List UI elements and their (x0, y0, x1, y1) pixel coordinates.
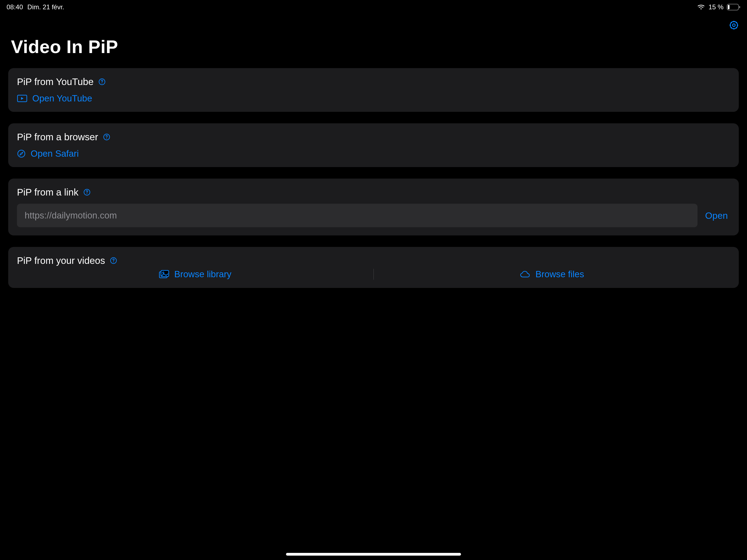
help-icon[interactable] (83, 189, 91, 196)
icloud-icon (519, 271, 531, 278)
status-right: 15 % (697, 3, 741, 11)
svg-rect-1 (728, 5, 729, 9)
status-date: Dim. 21 févr. (27, 3, 64, 11)
open-youtube-label: Open YouTube (32, 93, 92, 104)
svg-point-14 (102, 83, 103, 84)
card-link-title: PiP from a link (17, 187, 78, 198)
card-link: PiP from a link Open (8, 179, 739, 235)
card-browser: PiP from a browser Open Safari (8, 123, 739, 167)
card-browser-title: PiP from a browser (17, 131, 98, 143)
open-safari-label: Open Safari (31, 149, 79, 159)
svg-point-18 (18, 150, 25, 157)
home-indicator[interactable] (286, 553, 461, 556)
help-icon[interactable] (110, 257, 117, 264)
settings-button[interactable] (729, 20, 739, 31)
safari-icon (17, 149, 26, 158)
svg-point-4 (732, 24, 735, 27)
card-videos-title: PiP from your videos (17, 255, 105, 266)
svg-point-22 (113, 262, 114, 262)
svg-rect-2 (739, 6, 740, 8)
card-youtube: PiP from YouTube Open YouTube (8, 68, 739, 112)
wifi-icon (697, 4, 705, 10)
help-icon[interactable] (103, 133, 110, 141)
help-icon[interactable] (98, 78, 106, 85)
status-left: 08:40 Dim. 21 févr. (6, 3, 64, 11)
status-bar: 08:40 Dim. 21 févr. 15 % (0, 0, 747, 14)
link-url-input[interactable] (17, 204, 697, 227)
rectangle-play-icon (17, 95, 27, 102)
browse-files-label: Browse files (535, 269, 584, 279)
browse-library-button[interactable]: Browse library (159, 269, 231, 279)
status-time: 08:40 (6, 3, 23, 11)
browse-library-label: Browse library (174, 269, 231, 279)
browse-files-button[interactable]: Browse files (519, 269, 584, 279)
open-safari-button[interactable]: Open Safari (17, 149, 730, 159)
page-title: Video In PiP (11, 36, 747, 57)
battery-icon (727, 4, 741, 10)
photo-library-icon (159, 270, 169, 279)
card-youtube-title: PiP from YouTube (17, 76, 94, 87)
open-link-button[interactable]: Open (703, 210, 730, 221)
svg-point-20 (87, 193, 87, 194)
open-youtube-button[interactable]: Open YouTube (17, 93, 730, 104)
status-battery: 15 % (709, 3, 723, 11)
card-videos: PiP from your videos Browse lib (8, 247, 739, 288)
svg-point-17 (106, 138, 107, 139)
